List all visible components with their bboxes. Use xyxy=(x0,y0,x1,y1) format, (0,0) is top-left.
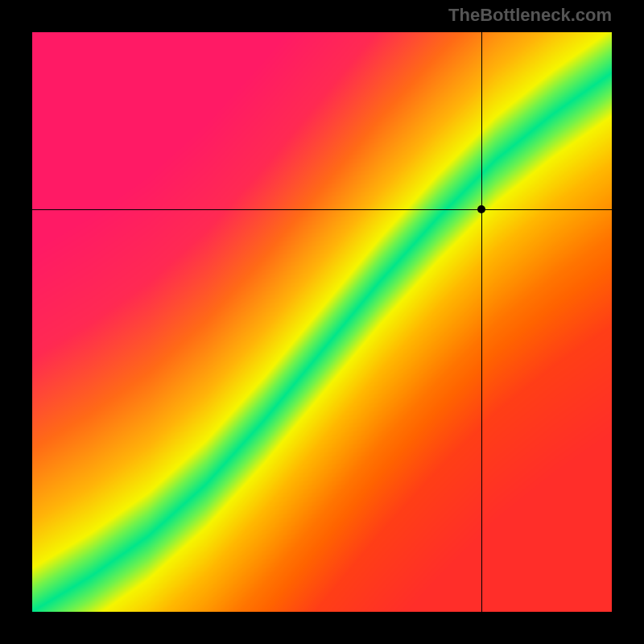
selection-marker xyxy=(477,205,485,213)
crosshair-vertical xyxy=(481,32,482,612)
watermark-text: TheBottleneck.com xyxy=(448,5,612,26)
heatmap-canvas xyxy=(32,32,612,612)
heatmap-plot xyxy=(32,32,612,612)
crosshair-horizontal xyxy=(32,209,612,210)
